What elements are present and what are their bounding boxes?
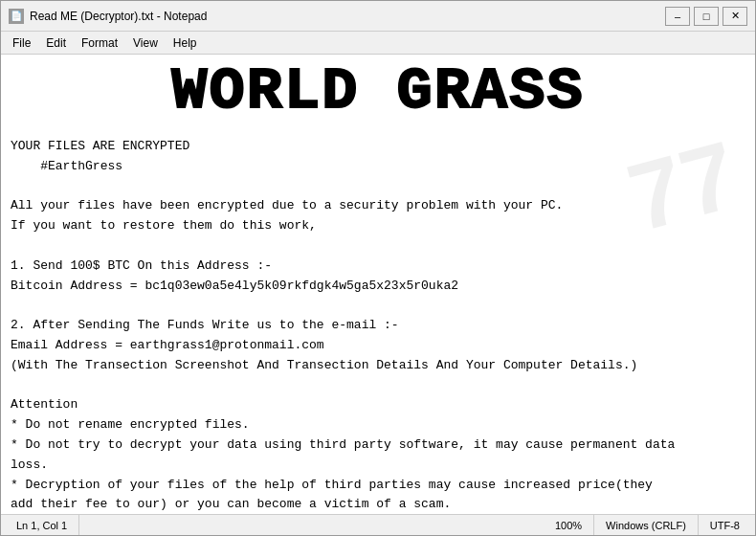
status-zoom: 100% bbox=[544, 515, 594, 535]
menu-format[interactable]: Format bbox=[74, 34, 125, 52]
title-bar-controls: – □ ✕ bbox=[665, 7, 747, 26]
ransomware-title: WORLD GRASS bbox=[11, 62, 745, 122]
status-line-ending: Windows (CRLF) bbox=[594, 515, 699, 535]
text-content-area[interactable]: 77 WORLD GRASS YOUR FILES ARE ENCRYPTED … bbox=[1, 55, 755, 514]
status-bar: Ln 1, Col 1 100% Windows (CRLF) UTF-8 bbox=[1, 514, 755, 535]
main-text-content: YOUR FILES ARE ENCRYPTED #EarthGress All… bbox=[11, 137, 745, 514]
menu-help[interactable]: Help bbox=[166, 34, 205, 52]
title-bar-left: 📄 Read ME (Decryptor).txt - Notepad bbox=[9, 9, 207, 24]
status-encoding: UTF-8 bbox=[699, 515, 751, 535]
window-title: Read ME (Decryptor).txt - Notepad bbox=[30, 10, 207, 23]
menu-bar: File Edit Format View Help bbox=[1, 32, 755, 55]
close-button[interactable]: ✕ bbox=[723, 7, 747, 26]
notepad-icon: 📄 bbox=[9, 9, 24, 24]
menu-file[interactable]: File bbox=[5, 34, 38, 52]
status-position: Ln 1, Col 1 bbox=[5, 515, 79, 535]
minimize-button[interactable]: – bbox=[665, 7, 690, 26]
maximize-button[interactable]: □ bbox=[694, 7, 719, 26]
title-bar: 📄 Read ME (Decryptor).txt - Notepad – □ … bbox=[1, 1, 755, 32]
menu-edit[interactable]: Edit bbox=[38, 34, 74, 52]
notepad-window: 📄 Read ME (Decryptor).txt - Notepad – □ … bbox=[0, 0, 756, 536]
menu-view[interactable]: View bbox=[125, 34, 166, 52]
